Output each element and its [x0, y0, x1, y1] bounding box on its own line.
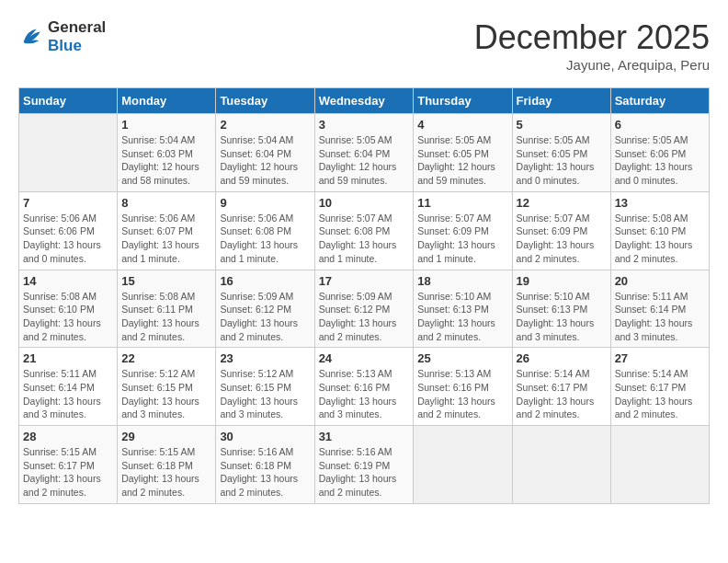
calendar-day-cell: 2Sunrise: 5:04 AM Sunset: 6:04 PM Daylig…	[216, 114, 314, 192]
day-info: Sunrise: 5:05 AM Sunset: 6:06 PM Dayligh…	[615, 133, 705, 188]
calendar-day-cell: 22Sunrise: 5:12 AM Sunset: 6:15 PM Dayli…	[118, 348, 216, 426]
calendar-day-cell: 21Sunrise: 5:11 AM Sunset: 6:14 PM Dayli…	[19, 348, 118, 426]
calendar-day-cell	[610, 426, 709, 504]
day-number: 19	[517, 274, 607, 288]
day-number: 8	[121, 196, 211, 210]
day-info: Sunrise: 5:05 AM Sunset: 6:04 PM Dayligh…	[319, 133, 410, 188]
day-info: Sunrise: 5:09 AM Sunset: 6:12 PM Dayligh…	[220, 290, 310, 344]
day-number: 2	[220, 118, 310, 132]
day-info: Sunrise: 5:08 AM Sunset: 6:11 PM Dayligh…	[121, 290, 211, 344]
day-info: Sunrise: 5:05 AM Sunset: 6:05 PM Dayligh…	[417, 133, 507, 188]
calendar-day-cell: 18Sunrise: 5:10 AM Sunset: 6:13 PM Dayli…	[414, 270, 512, 348]
calendar-day-cell: 7Sunrise: 5:06 AM Sunset: 6:06 PM Daylig…	[19, 191, 118, 270]
day-info: Sunrise: 5:11 AM Sunset: 6:14 PM Dayligh…	[615, 290, 705, 344]
day-number: 14	[23, 274, 113, 288]
day-info: Sunrise: 5:14 AM Sunset: 6:17 PM Dayligh…	[615, 367, 705, 421]
calendar-day-cell	[512, 426, 610, 504]
day-info: Sunrise: 5:10 AM Sunset: 6:13 PM Dayligh…	[517, 290, 607, 344]
day-number: 29	[121, 430, 211, 443]
calendar-day-cell	[414, 426, 512, 504]
calendar-day-cell: 11Sunrise: 5:07 AM Sunset: 6:09 PM Dayli…	[414, 191, 512, 270]
calendar-day-cell: 8Sunrise: 5:06 AM Sunset: 6:07 PM Daylig…	[118, 191, 216, 270]
day-info: Sunrise: 5:05 AM Sunset: 6:05 PM Dayligh…	[517, 133, 607, 188]
day-info: Sunrise: 5:07 AM Sunset: 6:09 PM Dayligh…	[517, 212, 607, 266]
calendar-day-cell: 20Sunrise: 5:11 AM Sunset: 6:14 PM Dayli…	[610, 270, 709, 348]
weekday-header-cell: Sunday	[19, 88, 118, 114]
weekday-header-cell: Tuesday	[216, 88, 314, 114]
calendar-week-row: 14Sunrise: 5:08 AM Sunset: 6:10 PM Dayli…	[19, 270, 710, 348]
day-info: Sunrise: 5:10 AM Sunset: 6:13 PM Dayligh…	[417, 290, 507, 344]
weekday-header-cell: Friday	[512, 88, 610, 114]
day-info: Sunrise: 5:14 AM Sunset: 6:17 PM Dayligh…	[517, 367, 607, 421]
day-number: 16	[220, 274, 310, 288]
day-number: 12	[517, 196, 607, 210]
calendar-day-cell: 12Sunrise: 5:07 AM Sunset: 6:09 PM Dayli…	[512, 191, 610, 270]
title-block: December 2025 Jayune, Arequipa, Peru	[474, 18, 710, 73]
day-number: 1	[121, 118, 211, 132]
calendar-day-cell: 17Sunrise: 5:09 AM Sunset: 6:12 PM Dayli…	[314, 270, 414, 348]
weekday-header-row: SundayMondayTuesdayWednesdayThursdayFrid…	[19, 88, 710, 114]
day-info: Sunrise: 5:04 AM Sunset: 6:03 PM Dayligh…	[121, 133, 211, 188]
weekday-header-cell: Thursday	[414, 88, 512, 114]
day-info: Sunrise: 5:04 AM Sunset: 6:04 PM Dayligh…	[220, 133, 310, 188]
day-number: 10	[319, 196, 410, 210]
day-info: Sunrise: 5:07 AM Sunset: 6:09 PM Dayligh…	[417, 212, 507, 266]
day-info: Sunrise: 5:13 AM Sunset: 6:16 PM Dayligh…	[417, 367, 507, 421]
day-number: 6	[615, 118, 705, 132]
day-number: 13	[615, 196, 705, 210]
calendar-day-cell: 24Sunrise: 5:13 AM Sunset: 6:16 PM Dayli…	[314, 348, 414, 426]
day-info: Sunrise: 5:12 AM Sunset: 6:15 PM Dayligh…	[121, 367, 211, 421]
day-info: Sunrise: 5:15 AM Sunset: 6:18 PM Dayligh…	[121, 445, 211, 500]
day-number: 4	[417, 118, 507, 132]
calendar-day-cell: 9Sunrise: 5:06 AM Sunset: 6:08 PM Daylig…	[216, 191, 314, 270]
day-number: 25	[417, 351, 507, 365]
day-number: 24	[319, 351, 410, 365]
day-info: Sunrise: 5:11 AM Sunset: 6:14 PM Dayligh…	[23, 367, 113, 421]
calendar-day-cell: 25Sunrise: 5:13 AM Sunset: 6:16 PM Dayli…	[414, 348, 512, 426]
day-info: Sunrise: 5:16 AM Sunset: 6:18 PM Dayligh…	[220, 445, 310, 500]
day-info: Sunrise: 5:08 AM Sunset: 6:10 PM Dayligh…	[23, 290, 113, 344]
day-number: 27	[615, 351, 705, 365]
day-info: Sunrise: 5:06 AM Sunset: 6:08 PM Dayligh…	[220, 212, 310, 266]
location: Jayune, Arequipa, Peru	[474, 57, 710, 73]
day-number: 28	[23, 430, 113, 443]
day-info: Sunrise: 5:06 AM Sunset: 6:06 PM Dayligh…	[23, 212, 113, 266]
day-number: 20	[615, 274, 705, 288]
day-info: Sunrise: 5:07 AM Sunset: 6:08 PM Dayligh…	[319, 212, 410, 266]
page-header: General Blue December 2025 Jayune, Arequ…	[18, 18, 710, 73]
day-number: 5	[517, 118, 607, 132]
calendar-day-cell: 23Sunrise: 5:12 AM Sunset: 6:15 PM Dayli…	[216, 348, 314, 426]
calendar-day-cell: 30Sunrise: 5:16 AM Sunset: 6:18 PM Dayli…	[216, 426, 314, 504]
calendar-day-cell: 10Sunrise: 5:07 AM Sunset: 6:08 PM Dayli…	[314, 191, 414, 270]
calendar-day-cell: 19Sunrise: 5:10 AM Sunset: 6:13 PM Dayli…	[512, 270, 610, 348]
day-number: 18	[417, 274, 507, 288]
calendar-day-cell: 28Sunrise: 5:15 AM Sunset: 6:17 PM Dayli…	[19, 426, 118, 504]
day-info: Sunrise: 5:13 AM Sunset: 6:16 PM Dayligh…	[319, 367, 410, 421]
day-number: 15	[121, 274, 211, 288]
weekday-header-cell: Wednesday	[314, 88, 414, 114]
day-number: 22	[121, 351, 211, 365]
day-number: 21	[23, 351, 113, 365]
calendar-day-cell: 4Sunrise: 5:05 AM Sunset: 6:05 PM Daylig…	[414, 114, 512, 192]
calendar-week-row: 1Sunrise: 5:04 AM Sunset: 6:03 PM Daylig…	[19, 114, 710, 192]
weekday-header-cell: Monday	[118, 88, 216, 114]
logo-bird-icon	[18, 24, 44, 50]
calendar-day-cell: 3Sunrise: 5:05 AM Sunset: 6:04 PM Daylig…	[314, 114, 414, 192]
day-number: 17	[319, 274, 410, 288]
calendar-week-row: 7Sunrise: 5:06 AM Sunset: 6:06 PM Daylig…	[19, 191, 710, 270]
calendar-day-cell: 26Sunrise: 5:14 AM Sunset: 6:17 PM Dayli…	[512, 348, 610, 426]
day-info: Sunrise: 5:12 AM Sunset: 6:15 PM Dayligh…	[220, 367, 310, 421]
day-number: 23	[220, 351, 310, 365]
logo: General Blue	[18, 18, 106, 55]
day-info: Sunrise: 5:09 AM Sunset: 6:12 PM Dayligh…	[319, 290, 410, 344]
day-info: Sunrise: 5:08 AM Sunset: 6:10 PM Dayligh…	[615, 212, 705, 266]
calendar-day-cell: 31Sunrise: 5:16 AM Sunset: 6:19 PM Dayli…	[314, 426, 414, 504]
logo-text: General Blue	[48, 18, 106, 55]
calendar-day-cell: 29Sunrise: 5:15 AM Sunset: 6:18 PM Dayli…	[118, 426, 216, 504]
calendar-week-row: 21Sunrise: 5:11 AM Sunset: 6:14 PM Dayli…	[19, 348, 710, 426]
day-number: 11	[417, 196, 507, 210]
month-title: December 2025	[474, 18, 710, 57]
calendar-body: 1Sunrise: 5:04 AM Sunset: 6:03 PM Daylig…	[19, 114, 710, 504]
day-info: Sunrise: 5:15 AM Sunset: 6:17 PM Dayligh…	[23, 445, 113, 500]
calendar-day-cell: 6Sunrise: 5:05 AM Sunset: 6:06 PM Daylig…	[610, 114, 709, 192]
